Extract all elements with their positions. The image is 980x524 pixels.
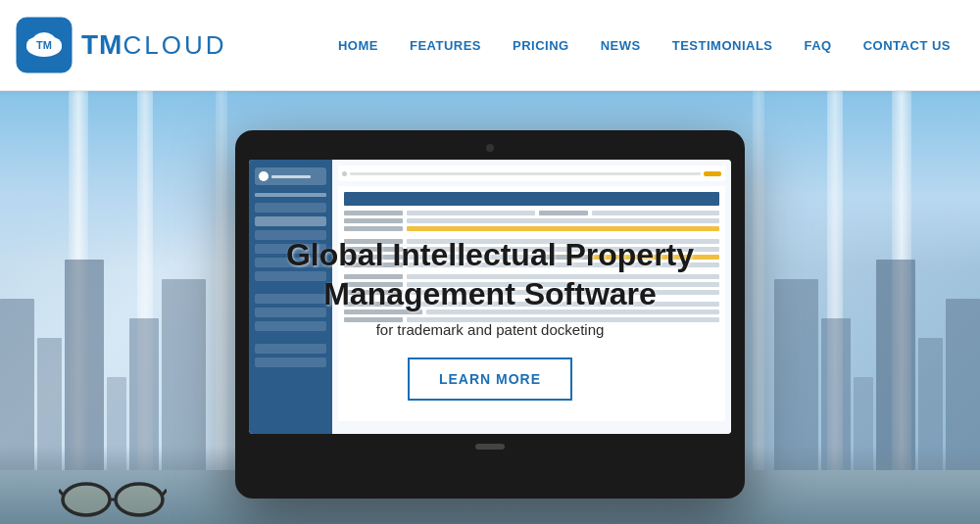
nav-news[interactable]: NEWS [601,38,641,53]
logo-area: TM TMCLOUD [15,16,226,74]
hero-subtitle: for trademark and patent docketing [286,321,694,338]
hero-text-box: Global Intellectual Property Management … [286,235,694,401]
learn-more-button[interactable]: LEARN MORE [408,357,572,401]
hero-title: Global Intellectual Property Management … [286,235,694,313]
nav-features[interactable]: FEATURES [410,38,481,53]
hero-overlay: Global Intellectual Property Management … [0,91,980,524]
logo-icon: TM [15,16,74,74]
nav: HOME FEATURES PRICING NEWS TESTIMONIALS … [338,38,951,53]
nav-faq[interactable]: FAQ [805,38,832,53]
nav-contact[interactable]: CONTACT US [863,38,951,53]
svg-text:TM: TM [36,39,52,51]
nav-pricing[interactable]: PRICING [513,38,569,53]
nav-home[interactable]: HOME [338,38,378,53]
header: TM TMCLOUD HOME FEATURES PRICING NEWS TE… [0,0,980,91]
logo-text: TMCLOUD [81,29,226,61]
hero-section: Global Intellectual Property Management … [0,91,980,524]
nav-testimonials[interactable]: TESTIMONIALS [672,38,773,53]
